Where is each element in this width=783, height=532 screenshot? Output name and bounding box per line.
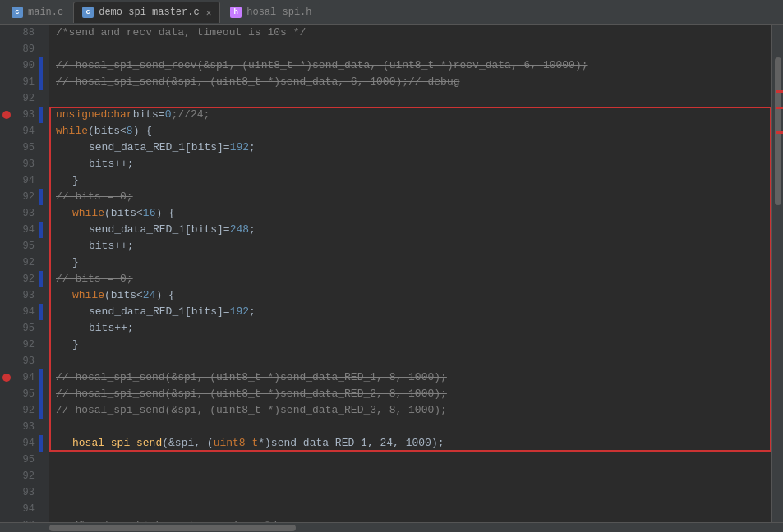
code-line: bits++; [56,320,771,337]
line-number: 94 [13,224,39,236]
code-line: while (bits < 8) { [56,123,771,140]
code-token: ]= [217,140,230,156]
line-number: 93 [13,421,39,433]
tab-demo-spi[interactable]: c demo_spi_master.c ✕ [73,2,220,23]
code-token: while [56,123,88,140]
code-line [56,419,771,435]
code-token: } [72,337,79,353]
line-number: 94 [13,372,39,383]
horizontal-scrollbar[interactable] [0,522,783,532]
code-token: 24 [143,287,156,304]
git-indicator [39,304,43,320]
line-number: 92 [13,273,39,285]
gutter-row: 93 [0,353,49,369]
editor-container: c main.c c demo_spi_master.c ✕ h hosal_s… [0,0,783,532]
gutter-row: 92 [0,271,49,287]
code-token: uint8_t [214,435,259,452]
code-token: send_data_RED_1 [89,222,185,238]
code-token: // hosal_spi_send(&spi, (uint8_t *)send_… [56,74,459,90]
code-token: ( [104,287,111,304]
tab-hosal-spi[interactable]: h hosal_spi.h [222,2,320,23]
git-indicator [39,90,43,107]
code-token: bits [111,287,136,304]
line-number: 93 [13,109,39,121]
code-line: bits++; [56,156,771,172]
code-token: bits [111,205,136,222]
scrollbar[interactable] [771,25,783,522]
code-line [56,90,771,107]
line-number: 92 [13,257,39,268]
code-line: } [56,255,771,271]
tab-main-c[interactable]: c main.c [3,2,71,23]
code-line: // hosal_spi_send(&spi, (uint8_t *)send_… [56,386,771,402]
code-line [56,468,771,484]
code-line [56,353,771,369]
git-indicator [39,172,43,189]
code-area[interactable]: /*send and recv data, timeout is 10s *//… [49,25,771,522]
code-token: = [159,107,165,123]
gutter-row: 93 [0,205,49,222]
code-token: char [107,107,132,123]
line-number: 92 [13,470,39,482]
tab-icon-demo-spi: c [82,7,94,18]
code-token: } [72,255,79,271]
error-marker [776,107,783,109]
gutter-row: 90 [0,57,49,74]
git-indicator [39,369,43,386]
gutter-row: 91 [0,74,49,90]
line-gutter: 8889909192939495939492939495929293949592… [0,25,49,522]
gutter-row: 95 [0,320,49,337]
tab-icon-hosal-spi: h [230,7,242,18]
line-number: 88 [13,27,39,39]
git-indicator [39,156,43,172]
code-token: ; [249,222,256,238]
code-token: ( [88,123,94,140]
git-indicator [39,107,43,123]
h-scrollbar-thumb[interactable] [49,525,296,531]
code-token: [ [185,304,191,320]
code-line: unsigned char bits = 0;//24; [56,107,771,123]
code-token: 248 [230,222,249,238]
gutter-row: 95 [0,452,49,468]
code-token: ++; [114,156,133,172]
line-number: 93 [13,158,39,170]
line-number: 92 [13,191,39,203]
gutter-row: 94 [0,172,49,189]
git-indicator [39,287,43,304]
code-token: bits [191,304,217,320]
code-line: } [56,172,771,189]
gutter-row: 92 [0,402,49,419]
git-indicator [39,205,43,222]
code-token: bits [89,156,114,172]
code-token: // bits = 0; [56,271,133,287]
code-token: (&spi, ( [162,435,213,452]
git-indicator [39,484,43,501]
code-token: /* set cs high, release slave */ [72,517,278,522]
code-token: } [72,172,79,189]
git-indicator [39,386,43,402]
line-number: 94 [13,438,39,449]
git-indicator [39,402,43,419]
git-indicator [39,353,43,369]
code-token: // hosal_spi_send(&spi, (uint8_t *)send_… [56,386,447,402]
git-indicator [39,189,43,205]
tab-label-main-c: main.c [28,7,63,18]
code-line [56,41,771,57]
breakpoint-dot [2,374,11,382]
line-number: 92 [13,93,39,104]
line-number: 95 [13,142,39,154]
line-number: 92 [13,520,39,522]
gutter-row: 93 [0,419,49,435]
code-token: // hosal_spi_send_recv(&spi, (uint8_t *)… [56,57,588,74]
breakpoint-area[interactable] [0,111,13,119]
breakpoint-area[interactable] [0,374,13,382]
code-token: ; [249,304,256,320]
gutter-row: 94 [0,222,49,238]
gutter-row: 92 [0,517,49,522]
tab-close-demo-spi[interactable]: ✕ [206,7,212,18]
code-line: // bits = 0; [56,189,771,205]
line-number: 93 [13,487,39,498]
gutter-row: 94 [0,123,49,140]
git-indicator [39,140,43,156]
line-number: 95 [13,241,39,252]
